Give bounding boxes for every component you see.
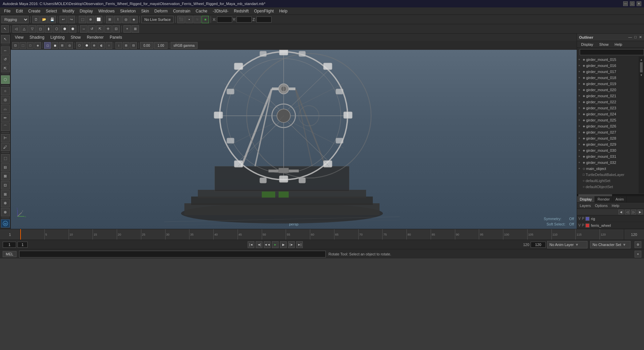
outliner-item[interactable]: +◈girder_mount_029 [577, 141, 639, 147]
tab-anim[interactable]: Anim [613, 196, 627, 202]
vp-menu-shading[interactable]: Shading [27, 34, 47, 40]
ruler-tick[interactable]: 40 [213, 229, 218, 240]
ruler-tick[interactable]: 45 [238, 229, 242, 240]
expand-icon[interactable]: + [578, 100, 582, 104]
ruler-tick[interactable]: 105 [527, 229, 533, 240]
outliner-item[interactable]: +◈girder_mount_019 [577, 81, 639, 87]
ruler-tick[interactable]: 80 [406, 229, 411, 240]
outliner-item[interactable]: +◈girder_mount_025 [577, 117, 639, 123]
outliner-item[interactable]: +◈girder_mount_032 [577, 160, 639, 166]
vp-hud-btn[interactable]: ⊟ [130, 42, 137, 49]
settings-btn[interactable]: ⚙ [635, 241, 641, 248]
expand-icon[interactable]: + [578, 106, 582, 110]
play-fwd-btn[interactable]: ▶ [280, 241, 287, 248]
menu-skeleton[interactable]: Skeleton [117, 8, 139, 14]
vp-menu-view[interactable]: View [12, 34, 26, 40]
expand-icon[interactable]: + [578, 125, 582, 128]
ruler-tick[interactable]: 65 [334, 229, 338, 240]
outliner-close-btn[interactable]: ✕ [639, 35, 642, 39]
layer-menu-options[interactable]: Options [594, 203, 609, 208]
close-button[interactable]: ✕ [637, 1, 641, 6]
timeline-playhead[interactable] [20, 229, 21, 240]
vp-toggle1[interactable]: ⬡ [76, 42, 83, 49]
hide-manip[interactable]: ⊞ [132, 25, 139, 33]
sel-mask-btn2[interactable]: △ [21, 25, 28, 33]
redo-button[interactable]: ↪ [68, 16, 75, 23]
snap-grid[interactable]: ⊞ [106, 16, 113, 23]
vp-cam-btn[interactable]: □ [27, 42, 34, 49]
ruler-tick[interactable]: 50 [262, 229, 266, 240]
mode-dropdown[interactable]: Rigging Animation Modeling Rendering [1, 16, 29, 23]
snap-curve[interactable]: ⌇ [114, 16, 121, 23]
tab-render[interactable]: Render [595, 196, 613, 202]
vp-toggle4[interactable]: ◐ [98, 42, 105, 49]
menu-deform[interactable]: Deform [152, 8, 170, 14]
menu-skin[interactable]: Skin [139, 8, 152, 14]
layer-ctrl4[interactable]: ▶ [638, 210, 643, 214]
outliner-item[interactable]: +◇main_object [577, 166, 639, 172]
ferris-p-toggle[interactable]: P [582, 223, 584, 227]
open-button[interactable]: 📂 [40, 16, 48, 23]
outliner-item[interactable]: +◈girder_mount_017 [577, 69, 639, 75]
rotate-tool[interactable]: ↺ [88, 25, 96, 33]
ruler-tick[interactable]: 55 [286, 229, 290, 240]
menu-windows[interactable]: Windows [96, 8, 117, 14]
expand-icon[interactable]: + [578, 112, 582, 116]
vp-menu-show[interactable]: Show [68, 34, 83, 40]
ruler-tick[interactable]: 95 [479, 229, 483, 240]
outliner-item[interactable]: +◈girder_mount_016 [577, 63, 639, 69]
current-frame-input[interactable] [3, 242, 16, 248]
expand-icon[interactable]: + [578, 161, 582, 164]
vp-value2-input[interactable]: 1.00 [154, 42, 168, 49]
lasso-tool[interactable]: ⊕ [87, 16, 94, 23]
menu-create[interactable]: Create [26, 8, 43, 14]
hscroll-thumb[interactable] [578, 194, 612, 196]
menu-select[interactable]: Select [43, 8, 60, 14]
ruler-tick[interactable]: 5 [44, 229, 47, 240]
tab-display[interactable]: Display [577, 196, 595, 202]
scale-manip-tool[interactable]: ⇱ [1, 64, 10, 73]
vp-toggle5[interactable]: ○ [106, 42, 112, 49]
sel-mask-btn5[interactable]: ⧫ [45, 25, 52, 33]
ruler-tick[interactable]: 85 [431, 229, 435, 240]
expand-icon[interactable]: + [578, 76, 582, 79]
gamma-dropdown[interactable]: sRGB gamma [171, 42, 198, 49]
ruler-tick[interactable]: 20 [117, 229, 121, 240]
outliner-menu-help[interactable]: Help [612, 42, 625, 47]
outliner-item[interactable]: +◈girder_mount_028 [577, 135, 639, 141]
menu-edit[interactable]: Edit [13, 8, 26, 14]
vp-home-btn[interactable]: ⊡ [12, 42, 19, 49]
snap-view[interactable]: ◈ [130, 16, 138, 23]
scroll-up-btn[interactable]: ▲ [639, 57, 644, 62]
rig-color-swatch[interactable] [585, 217, 589, 221]
z-input[interactable] [256, 16, 272, 23]
ruler-tick[interactable]: 30 [165, 229, 170, 240]
rotate-manip-tool[interactable]: ↺ [1, 55, 10, 64]
vp-value1-input[interactable]: 0.00 [140, 42, 153, 49]
step-fwd-btn[interactable]: |► [288, 241, 295, 248]
universal-tool[interactable]: ✛ [104, 25, 112, 33]
render-btn1[interactable]: ⬛ [177, 16, 185, 23]
menu-redshift[interactable]: Redshift [231, 8, 251, 14]
timeline-ruler[interactable]: 5101520253035404550556065707580859095100… [20, 229, 624, 240]
vp-sel-btn[interactable]: ⬚ [20, 42, 26, 49]
paint-select[interactable]: ⬜ [95, 16, 102, 23]
vp-wireframe-btn[interactable]: ◻ [44, 42, 51, 49]
expand-icon[interactable]: + [578, 70, 582, 73]
outliner-item[interactable]: □TurtleDefaultBakeLayer [577, 172, 639, 178]
select-tool[interactable]: ⬚ [79, 16, 86, 23]
expand-icon[interactable]: + [578, 94, 582, 98]
mel-input[interactable] [19, 251, 326, 257]
menu-file[interactable]: File [1, 8, 13, 14]
annotation-tool[interactable]: 🖊 [1, 143, 10, 151]
rig-p-toggle[interactable]: P [582, 217, 584, 220]
save-button[interactable]: 💾 [48, 16, 56, 23]
sculpt-btn2[interactable]: ⊟ [1, 163, 10, 172]
settings-icon-btn[interactable]: ≡ [635, 251, 641, 257]
outliner-item[interactable]: +◈girder_mount_022 [577, 99, 639, 105]
cv-tool[interactable]: ○ [1, 87, 10, 95]
viewport-canvas[interactable]: persp Symmetry: Off Soft Select: Off x [11, 50, 577, 229]
sculpt-btn6[interactable]: ⊕ [1, 199, 10, 207]
render-btn4[interactable]: ■ [202, 16, 209, 23]
ruler-tick[interactable]: 70 [358, 229, 363, 240]
